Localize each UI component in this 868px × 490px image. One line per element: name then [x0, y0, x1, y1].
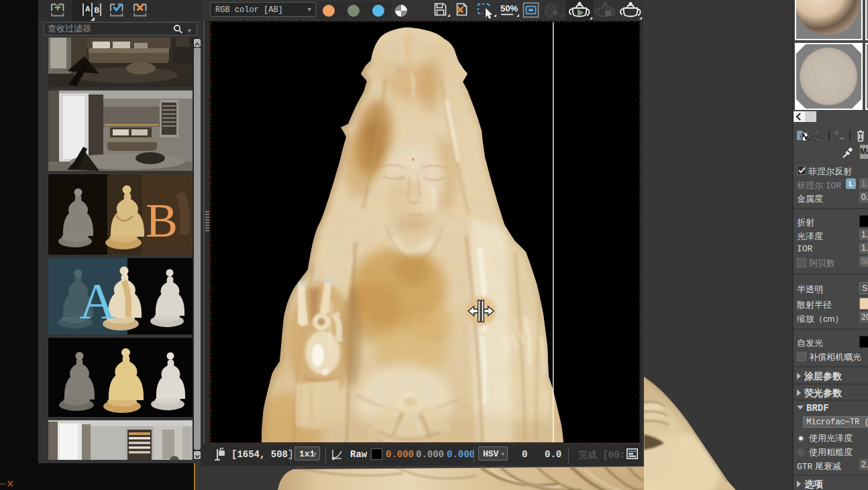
svg-text:A: A	[79, 273, 116, 329]
svg-text:A: A	[85, 5, 91, 13]
svg-text:B: B	[95, 6, 100, 14]
svg-text:50%: 50%	[500, 3, 518, 13]
svg-text:B: B	[146, 194, 178, 247]
